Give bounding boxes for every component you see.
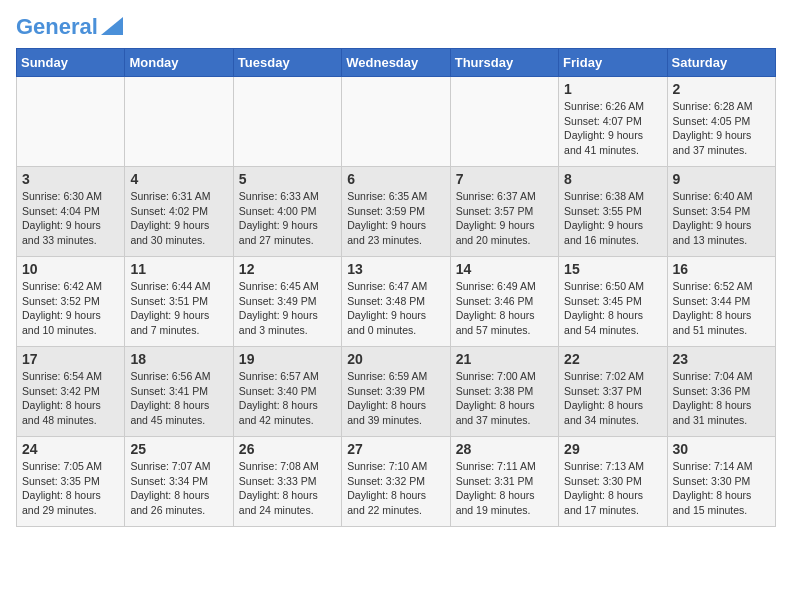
day-number: 5 (239, 171, 336, 187)
day-detail: Sunrise: 7:13 AMSunset: 3:30 PMDaylight:… (564, 459, 661, 518)
day-detail: Sunrise: 6:49 AMSunset: 3:46 PMDaylight:… (456, 279, 553, 338)
day-detail: Sunrise: 6:52 AMSunset: 3:44 PMDaylight:… (673, 279, 770, 338)
day-number: 25 (130, 441, 227, 457)
day-number: 19 (239, 351, 336, 367)
calendar-cell: 15Sunrise: 6:50 AMSunset: 3:45 PMDayligh… (559, 257, 667, 347)
day-detail: Sunrise: 7:11 AMSunset: 3:31 PMDaylight:… (456, 459, 553, 518)
day-detail: Sunrise: 6:54 AMSunset: 3:42 PMDaylight:… (22, 369, 119, 428)
calendar-cell (17, 77, 125, 167)
day-number: 10 (22, 261, 119, 277)
day-number: 2 (673, 81, 770, 97)
day-number: 29 (564, 441, 661, 457)
day-detail: Sunrise: 7:10 AMSunset: 3:32 PMDaylight:… (347, 459, 444, 518)
day-header-friday: Friday (559, 49, 667, 77)
calendar-cell: 9Sunrise: 6:40 AMSunset: 3:54 PMDaylight… (667, 167, 775, 257)
calendar-cell (342, 77, 450, 167)
calendar-cell: 20Sunrise: 6:59 AMSunset: 3:39 PMDayligh… (342, 347, 450, 437)
calendar-cell (125, 77, 233, 167)
day-detail: Sunrise: 6:33 AMSunset: 4:00 PMDaylight:… (239, 189, 336, 248)
calendar-cell (233, 77, 341, 167)
calendar-cell: 25Sunrise: 7:07 AMSunset: 3:34 PMDayligh… (125, 437, 233, 527)
calendar-cell: 1Sunrise: 6:26 AMSunset: 4:07 PMDaylight… (559, 77, 667, 167)
calendar-cell: 2Sunrise: 6:28 AMSunset: 4:05 PMDaylight… (667, 77, 775, 167)
day-header-thursday: Thursday (450, 49, 558, 77)
calendar-cell: 16Sunrise: 6:52 AMSunset: 3:44 PMDayligh… (667, 257, 775, 347)
day-detail: Sunrise: 6:30 AMSunset: 4:04 PMDaylight:… (22, 189, 119, 248)
day-number: 28 (456, 441, 553, 457)
calendar-table: SundayMondayTuesdayWednesdayThursdayFrid… (16, 48, 776, 527)
day-detail: Sunrise: 6:57 AMSunset: 3:40 PMDaylight:… (239, 369, 336, 428)
day-number: 24 (22, 441, 119, 457)
day-detail: Sunrise: 6:28 AMSunset: 4:05 PMDaylight:… (673, 99, 770, 158)
calendar-cell: 6Sunrise: 6:35 AMSunset: 3:59 PMDaylight… (342, 167, 450, 257)
day-detail: Sunrise: 6:38 AMSunset: 3:55 PMDaylight:… (564, 189, 661, 248)
day-detail: Sunrise: 6:44 AMSunset: 3:51 PMDaylight:… (130, 279, 227, 338)
calendar-cell: 24Sunrise: 7:05 AMSunset: 3:35 PMDayligh… (17, 437, 125, 527)
day-detail: Sunrise: 6:59 AMSunset: 3:39 PMDaylight:… (347, 369, 444, 428)
calendar-cell: 27Sunrise: 7:10 AMSunset: 3:32 PMDayligh… (342, 437, 450, 527)
day-header-monday: Monday (125, 49, 233, 77)
day-header-sunday: Sunday (17, 49, 125, 77)
calendar-cell: 22Sunrise: 7:02 AMSunset: 3:37 PMDayligh… (559, 347, 667, 437)
day-detail: Sunrise: 7:00 AMSunset: 3:38 PMDaylight:… (456, 369, 553, 428)
day-number: 3 (22, 171, 119, 187)
day-detail: Sunrise: 7:07 AMSunset: 3:34 PMDaylight:… (130, 459, 227, 518)
day-number: 16 (673, 261, 770, 277)
day-number: 11 (130, 261, 227, 277)
calendar-cell: 23Sunrise: 7:04 AMSunset: 3:36 PMDayligh… (667, 347, 775, 437)
day-number: 17 (22, 351, 119, 367)
day-detail: Sunrise: 6:31 AMSunset: 4:02 PMDaylight:… (130, 189, 227, 248)
calendar-cell: 14Sunrise: 6:49 AMSunset: 3:46 PMDayligh… (450, 257, 558, 347)
svg-marker-0 (101, 17, 123, 35)
day-number: 21 (456, 351, 553, 367)
calendar-cell: 12Sunrise: 6:45 AMSunset: 3:49 PMDayligh… (233, 257, 341, 347)
calendar-cell: 3Sunrise: 6:30 AMSunset: 4:04 PMDaylight… (17, 167, 125, 257)
day-number: 18 (130, 351, 227, 367)
calendar-cell: 5Sunrise: 6:33 AMSunset: 4:00 PMDaylight… (233, 167, 341, 257)
day-detail: Sunrise: 7:02 AMSunset: 3:37 PMDaylight:… (564, 369, 661, 428)
calendar-cell: 7Sunrise: 6:37 AMSunset: 3:57 PMDaylight… (450, 167, 558, 257)
calendar-cell: 10Sunrise: 6:42 AMSunset: 3:52 PMDayligh… (17, 257, 125, 347)
day-number: 1 (564, 81, 661, 97)
day-detail: Sunrise: 6:26 AMSunset: 4:07 PMDaylight:… (564, 99, 661, 158)
day-number: 4 (130, 171, 227, 187)
day-detail: Sunrise: 6:47 AMSunset: 3:48 PMDaylight:… (347, 279, 444, 338)
day-detail: Sunrise: 6:40 AMSunset: 3:54 PMDaylight:… (673, 189, 770, 248)
day-number: 20 (347, 351, 444, 367)
day-number: 27 (347, 441, 444, 457)
day-header-wednesday: Wednesday (342, 49, 450, 77)
logo-text: General (16, 16, 98, 38)
day-number: 23 (673, 351, 770, 367)
day-detail: Sunrise: 6:35 AMSunset: 3:59 PMDaylight:… (347, 189, 444, 248)
day-detail: Sunrise: 6:56 AMSunset: 3:41 PMDaylight:… (130, 369, 227, 428)
day-header-saturday: Saturday (667, 49, 775, 77)
page-header: General (16, 16, 776, 36)
day-detail: Sunrise: 6:42 AMSunset: 3:52 PMDaylight:… (22, 279, 119, 338)
calendar-cell: 19Sunrise: 6:57 AMSunset: 3:40 PMDayligh… (233, 347, 341, 437)
calendar-cell (450, 77, 558, 167)
day-detail: Sunrise: 6:37 AMSunset: 3:57 PMDaylight:… (456, 189, 553, 248)
day-number: 12 (239, 261, 336, 277)
day-detail: Sunrise: 6:50 AMSunset: 3:45 PMDaylight:… (564, 279, 661, 338)
day-number: 22 (564, 351, 661, 367)
day-header-tuesday: Tuesday (233, 49, 341, 77)
logo: General (16, 16, 123, 36)
day-detail: Sunrise: 6:45 AMSunset: 3:49 PMDaylight:… (239, 279, 336, 338)
day-number: 30 (673, 441, 770, 457)
calendar-cell: 21Sunrise: 7:00 AMSunset: 3:38 PMDayligh… (450, 347, 558, 437)
calendar-cell: 13Sunrise: 6:47 AMSunset: 3:48 PMDayligh… (342, 257, 450, 347)
calendar-cell: 4Sunrise: 6:31 AMSunset: 4:02 PMDaylight… (125, 167, 233, 257)
day-detail: Sunrise: 7:05 AMSunset: 3:35 PMDaylight:… (22, 459, 119, 518)
calendar-cell: 26Sunrise: 7:08 AMSunset: 3:33 PMDayligh… (233, 437, 341, 527)
day-number: 6 (347, 171, 444, 187)
day-number: 7 (456, 171, 553, 187)
day-detail: Sunrise: 7:08 AMSunset: 3:33 PMDaylight:… (239, 459, 336, 518)
calendar-cell: 18Sunrise: 6:56 AMSunset: 3:41 PMDayligh… (125, 347, 233, 437)
calendar-cell: 30Sunrise: 7:14 AMSunset: 3:30 PMDayligh… (667, 437, 775, 527)
logo-icon (101, 17, 123, 35)
calendar-cell: 11Sunrise: 6:44 AMSunset: 3:51 PMDayligh… (125, 257, 233, 347)
day-detail: Sunrise: 7:04 AMSunset: 3:36 PMDaylight:… (673, 369, 770, 428)
day-detail: Sunrise: 7:14 AMSunset: 3:30 PMDaylight:… (673, 459, 770, 518)
day-number: 14 (456, 261, 553, 277)
calendar-cell: 17Sunrise: 6:54 AMSunset: 3:42 PMDayligh… (17, 347, 125, 437)
